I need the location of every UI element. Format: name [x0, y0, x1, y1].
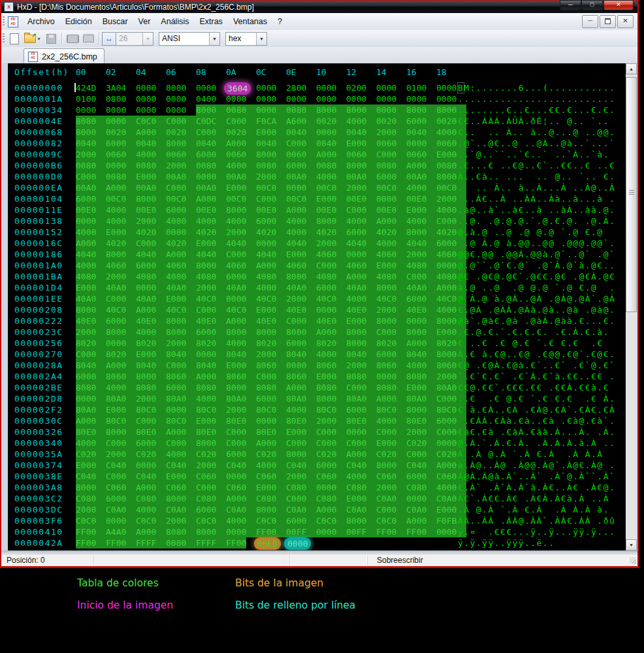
hex-cell[interactable]: 8040 — [136, 360, 166, 371]
hex-cell[interactable]: 4000 — [226, 160, 256, 171]
hex-cell[interactable]: 0080 — [226, 104, 256, 116]
hex-cell[interactable]: 8040 — [196, 360, 226, 371]
hex-cell[interactable]: 0000 — [286, 360, 316, 371]
hex-cell[interactable]: 2000 — [196, 282, 226, 293]
hex-cell[interactable]: 4000 — [226, 515, 256, 526]
hex-cell[interactable]: C000 — [286, 438, 316, 449]
hex-cell[interactable]: 0000 — [166, 82, 196, 93]
hex-cell[interactable]: 6000 — [226, 271, 256, 282]
hex-cell[interactable]: 0020 — [166, 127, 196, 138]
hex-cell[interactable]: 0000 — [226, 471, 256, 482]
hex-cell[interactable]: 4020 — [106, 238, 136, 249]
hex-cell[interactable]: A000 — [346, 449, 376, 460]
hex-cell[interactable]: 2000 — [166, 160, 196, 171]
hex-cell[interactable]: 4080 — [76, 271, 106, 282]
hex-cell[interactable]: 6000 — [106, 493, 136, 504]
vertical-scrollbar[interactable]: ▲ ▼ — [626, 63, 637, 550]
hex-cell[interactable]: 8000 — [136, 193, 166, 204]
hex-cell[interactable]: C020 — [316, 449, 346, 460]
hex-cell[interactable]: 00C0 — [376, 182, 406, 193]
hex-cell[interactable]: E000 — [286, 426, 316, 438]
hex-cell[interactable]: 4000 — [106, 215, 136, 227]
hex-cell[interactable]: A000 — [406, 338, 436, 349]
hex-cell[interactable]: 4000 — [106, 204, 136, 215]
hex-cell[interactable]: 8020 — [376, 338, 406, 349]
hex-cell[interactable]: 2000 — [76, 504, 106, 515]
hex-cell[interactable]: 4080 — [406, 260, 436, 271]
hex-cell[interactable]: 00A0 — [166, 171, 196, 182]
hex-cell[interactable]: 8000 — [256, 504, 286, 515]
hex-cell[interactable]: 8040 — [346, 349, 376, 360]
ascii-column[interactable]: ........€..€...€€.€...€.€. — [458, 104, 615, 116]
hex-cell[interactable]: E000 — [136, 349, 166, 360]
hex-cell[interactable]: C0C0 — [136, 116, 166, 127]
hex-cell[interactable]: 2800 — [286, 82, 316, 93]
hex-cell[interactable]: C060 — [166, 482, 196, 493]
hex-cell[interactable]: 4000 — [76, 227, 106, 238]
hex-cell[interactable]: 4000 — [346, 471, 376, 482]
hex-cell[interactable]: 2000 — [256, 349, 286, 360]
hex-cell[interactable]: 80C0 — [196, 404, 226, 415]
hex-cell[interactable]: 4080 — [136, 271, 166, 282]
hex-cell[interactable]: 80E0 — [256, 426, 286, 438]
hex-cell[interactable]: A000 — [406, 515, 436, 526]
hex-cell[interactable]: 8000 — [76, 127, 106, 138]
encoding-combo[interactable]: ANSI ▼ — [159, 32, 220, 46]
hex-cell[interactable]: 0020 — [376, 116, 406, 127]
hex-cell[interactable]: 4000 — [406, 182, 436, 193]
hex-cell[interactable]: 0000 — [256, 104, 286, 116]
save-button[interactable] — [44, 33, 57, 44]
hex-cell[interactable]: 40E0 — [286, 304, 316, 315]
hex-cell[interactable]: 6000 — [376, 349, 406, 360]
hex-cell[interactable]: A600 — [286, 116, 316, 127]
hex-cell[interactable]: C0C0 — [376, 515, 406, 526]
hex-cell[interactable]: 6000 — [166, 382, 196, 393]
hex-cell[interactable]: 6000 — [226, 449, 256, 460]
hex-cell[interactable]: 40C0 — [166, 304, 196, 315]
hex-cell[interactable]: 4080 — [376, 271, 406, 282]
menu-item-anlisis[interactable]: Análisis — [155, 15, 194, 28]
hex-cell[interactable]: 0080 — [136, 160, 166, 171]
hex-cell[interactable]: 4060 — [166, 260, 196, 271]
menu-item-archivo[interactable]: Archivo — [22, 15, 60, 28]
hex-cell[interactable]: 4000 — [406, 360, 436, 371]
hex-cell[interactable]: 00A0 — [286, 171, 316, 182]
hex-cell[interactable]: 80A0 — [286, 393, 316, 404]
hex-cell[interactable]: 8000 — [226, 204, 256, 215]
hex-cell[interactable]: 4000 — [346, 293, 376, 304]
hex-cell[interactable]: E000 — [76, 282, 106, 293]
hex-cell[interactable]: 80C0 — [106, 415, 136, 426]
hex-cell[interactable]: 0000 — [76, 393, 106, 404]
hex-cell[interactable]: 0000 — [406, 93, 436, 104]
hex-cell[interactable]: 2000 — [136, 215, 166, 227]
hex-cell[interactable]: 8000 — [76, 482, 106, 493]
hex-cell[interactable]: 0000 — [136, 93, 166, 104]
hex-cell[interactable]: 00A0 — [406, 171, 436, 182]
hex-cell[interactable]: 0060 — [346, 149, 376, 160]
hex-cell[interactable]: E000 — [256, 482, 286, 493]
ascii-column[interactable]: .€...€ ..€@..€`..€€..€ ..€ — [458, 160, 615, 171]
hex-cell[interactable]: 4000 — [286, 227, 316, 238]
ascii-column[interactable]: BM:.......6...(........... — [458, 82, 615, 93]
hex-cell[interactable]: 00A0 — [196, 182, 226, 193]
hex-cell[interactable]: C000 — [286, 493, 316, 504]
ascii-column[interactable]: .@ À.@ à.@@..@@ .@@@.@@`. — [458, 238, 615, 249]
hex-cell[interactable]: A000 — [136, 127, 166, 138]
hex-cell[interactable]: 8080 — [406, 371, 436, 382]
hex-cell[interactable]: 8060 — [226, 371, 256, 382]
ascii-column[interactable]: €.@À .@ÀÀ.@Àà.@à..@à .@à@. — [458, 304, 615, 315]
hex-cell[interactable]: 00C0 — [226, 193, 256, 204]
hex-cell[interactable]: A000 — [166, 249, 196, 260]
hex-cell[interactable]: 0000 — [256, 238, 286, 249]
hex-cell[interactable]: E000 — [256, 127, 286, 138]
hex-cell[interactable]: 8000 — [286, 271, 316, 282]
ascii-column[interactable]: € ..€ .€ @.€ `.€ €.€ .€ — [458, 338, 604, 349]
hex-cell[interactable]: C0A0 — [376, 493, 406, 504]
hex-cell[interactable]: 6000 — [136, 260, 166, 271]
hex-cell[interactable]: E000 — [226, 182, 256, 193]
hex-cell[interactable]: 0000 — [196, 349, 226, 360]
hex-cell[interactable]: C0C0 — [136, 515, 166, 526]
hex-cell[interactable]: 8080 — [346, 371, 376, 382]
hex-cell[interactable]: 6000 — [76, 371, 106, 382]
ascii-column[interactable]: ÿ.¤ .€€€...ÿ..ÿ...ÿÿ.ÿ... — [458, 526, 615, 537]
